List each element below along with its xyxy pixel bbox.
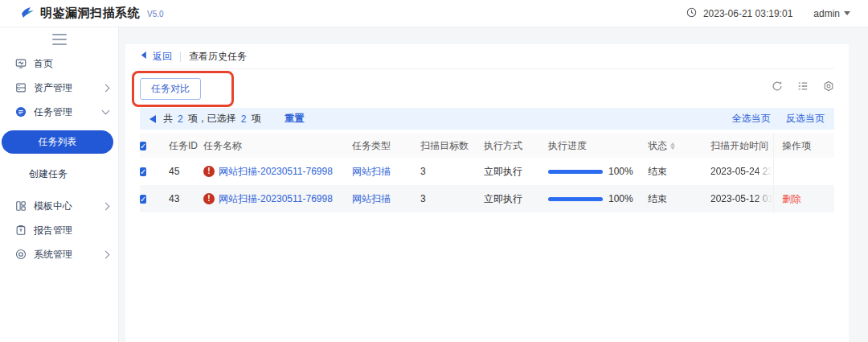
status-text: 结束 [648,165,710,179]
gear-icon[interactable] [823,80,834,92]
sidebar-item-home[interactable]: 首页 [0,52,118,76]
select-all-page-link[interactable]: 全选当页 [732,113,771,124]
sort-icon[interactable] [670,142,675,150]
task-table: ✓ 任务ID 任务名称 任务类型 扫描目标数 执行方式 执行进度 状态 扫描开始… [140,134,834,212]
scan-target-count: 3 [420,166,484,177]
table-row: ✓ 43 ! 网站扫描-20230511-76998 网站扫描 3 立即执行 [140,185,834,212]
back-arrow-icon [140,51,149,62]
task-id: 45 [169,166,203,177]
col-status: 状态 [648,139,710,153]
scan-target-count: 3 [420,193,484,204]
tab-history-tasks[interactable]: 查看历史任务 [189,50,247,64]
task-type-link[interactable]: 网站扫描 [352,193,391,204]
chevron-right-icon [102,202,110,210]
sidebar-item-reports[interactable]: 报告管理 [0,218,118,242]
template-grid-icon [14,200,27,212]
username: admin [813,8,840,19]
table-row: ✓ 45 ! 网站扫描-20230511-76998 网站扫描 3 立即执行 [140,158,834,185]
sidebar: 首页 资产管理 任务管理 任务列表 创建任务 [0,27,119,342]
reset-selection-link[interactable]: 重置 [285,112,304,126]
progress-bar [548,170,603,174]
app-root: 明鉴漏洞扫描系统 V5.0 2023-06-21 03:19:01 admin … [0,0,868,342]
sidebar-item-templates[interactable]: 模板中心 [0,194,118,218]
left-triangle-icon[interactable] [149,115,156,123]
refresh-icon[interactable] [772,80,783,92]
scan-start-time: 2023-05-12 01:0 [710,193,773,204]
sidebar-item-system[interactable]: 系统管理 [0,242,118,266]
total-count: 2 [178,113,183,125]
chevron-down-icon [844,11,850,15]
asset-server-icon [14,82,27,94]
red-annotation-box: 任务对比 [132,71,234,107]
chevron-right-icon [102,84,110,92]
actions-row: 任务对比 [140,69,834,108]
task-circle-icon [14,106,27,118]
chevron-down-icon [102,107,110,115]
col-exec-mode: 执行方式 [484,139,548,153]
back-button[interactable]: 返回 [140,50,172,64]
select-all-checkbox[interactable]: ✓ [140,142,146,150]
col-start-time: 扫描开始时间 [710,139,773,153]
row-checkbox[interactable]: ✓ [140,195,146,204]
sidebar-collapse-button[interactable] [52,34,67,45]
task-compare-button[interactable]: 任务对比 [140,78,201,100]
table-header-row: ✓ 任务ID 任务名称 任务类型 扫描目标数 执行方式 执行进度 状态 扫描开始… [140,134,834,158]
sidebar-item-label: 首页 [34,57,108,71]
exec-mode: 立即执行 [484,192,548,206]
sidebar-item-label: 任务列表 [39,135,77,149]
app-logo-icon [21,6,35,21]
table-tools [772,80,834,92]
sidebar-item-label: 系统管理 [34,248,96,262]
delete-link[interactable]: 删除 [782,192,801,206]
task-name-link[interactable]: 网站扫描-20230511-76998 [219,165,333,179]
task-name-link[interactable]: 网站扫描-20230511-76998 [219,192,333,206]
home-dashboard-icon [14,58,27,70]
sidebar-item-label: 报告管理 [34,224,108,237]
sidebar-item-tasks[interactable]: 任务管理 [0,100,118,124]
alert-circle-icon: ! [203,166,215,177]
selected-count: 2 [241,113,247,125]
current-datetime: 2023-06-21 03:19:01 [703,8,792,19]
sidebar-item-label: 创建任务 [29,167,68,181]
progress-label: 100% [608,193,633,204]
col-scan-targets: 扫描目标数 [420,139,484,153]
task-id: 43 [169,193,203,204]
brand: 明鉴漏洞扫描系统 V5.0 [21,6,164,21]
sidebar-item-label: 模板中心 [34,200,96,213]
system-gear-icon [14,249,27,261]
chevron-right-icon [102,250,110,258]
row-operations [773,158,834,185]
topbar-right: 2023-06-21 03:19:01 admin [686,7,850,20]
status-text: 结束 [648,192,710,206]
row-checkbox[interactable]: ✓ [140,167,146,176]
page-tabbar: 返回 查看历史任务 [140,44,834,69]
sidebar-item-task-list[interactable]: 任务列表 [2,130,113,154]
app-header: 明鉴漏洞扫描系统 V5.0 2023-06-21 03:19:01 admin [0,0,868,27]
report-clipboard-icon [14,225,27,237]
col-task-type: 任务类型 [352,139,420,153]
sidebar-item-assets[interactable]: 资产管理 [0,76,118,100]
col-task-name: 任务名称 [203,139,352,153]
alert-circle-icon: ! [203,193,215,204]
progress-bar [548,197,603,201]
selection-bar: 共 2 项，已选择 2 项 重置 全选当页 反选当页 [140,108,834,130]
exec-mode: 立即执行 [484,165,548,179]
col-task-id: 任务ID [169,139,203,153]
col-operations: 操作项 [773,134,834,158]
app-version: V5.0 [147,10,164,19]
scan-start-time: 2023-05-24 23:0 [710,166,773,177]
main-area: 返回 查看历史任务 任务对比 [119,27,868,342]
sidebar-item-label: 任务管理 [34,105,96,119]
col-progress: 执行进度 [548,139,648,153]
user-menu[interactable]: admin [813,8,850,19]
content-card: 返回 查看历史任务 任务对比 [125,44,849,342]
app-title: 明鉴漏洞扫描系统 [40,6,140,21]
sidebar-item-label: 资产管理 [34,81,96,95]
invert-select-page-link[interactable]: 反选当页 [786,113,825,124]
progress-label: 100% [608,166,633,177]
column-settings-icon[interactable] [797,80,809,92]
sidebar-item-create-task[interactable]: 创建任务 [0,162,118,186]
task-type-link[interactable]: 网站扫描 [352,166,391,177]
clock-icon [686,7,697,20]
divider [180,52,181,62]
